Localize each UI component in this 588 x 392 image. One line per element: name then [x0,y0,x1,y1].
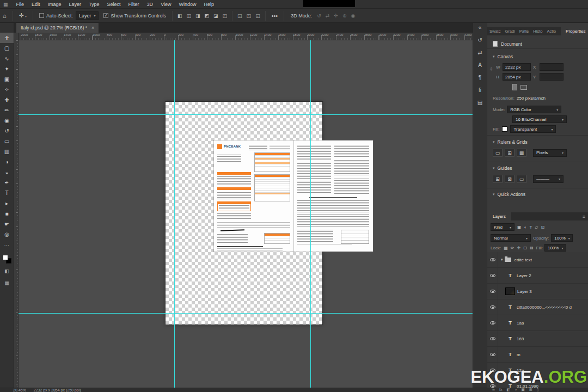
layer-row[interactable]: Tcitta0000000...<<<<<<<<0 d [487,299,588,315]
layer-name[interactable]: 169 [517,336,524,341]
lock-position-icon[interactable]: ✛ [516,246,522,250]
character-panel-icon[interactable]: A [478,63,482,68]
layer-row[interactable]: T1aa [487,315,588,331]
layer-row[interactable]: ▾edite text [487,252,588,268]
fill-swatch[interactable] [502,126,507,132]
lock-artboard-icon[interactable]: ⊡ [522,246,528,250]
history-panel-icon[interactable]: ↺ [477,38,482,43]
move-tool[interactable]: ✛ [0,33,14,43]
filter-type-layers-icon[interactable]: T [528,225,533,230]
group-expand-caret[interactable]: ▾ [501,258,503,262]
eyedropper-tool[interactable]: ✧ [0,84,14,95]
rectangle-tool[interactable]: ■ [0,209,14,219]
menu-item-window[interactable]: Window [175,0,200,9]
panel-tab-properties[interactable]: Properties [561,27,588,35]
opacity-dropdown[interactable]: 100%▾ [551,234,573,242]
new-layer-icon[interactable]: ⊞ [529,388,532,392]
hand-tool[interactable]: ☛ [0,219,14,229]
menu-item-layer[interactable]: Layer [65,0,85,9]
menu-item-view[interactable]: View [157,0,175,9]
toggle-grid-icon[interactable]: ⊞ [505,149,514,157]
layer-name[interactable]: 1aa [517,321,524,326]
gradient-tool[interactable]: ▥ [0,146,14,157]
filter-adjustment-layers-icon[interactable]: ◐ [523,225,528,230]
lock-transparent-pixels-icon[interactable]: ▦ [503,246,509,250]
current-tool-button[interactable]: ✛▾ [16,12,29,19]
ruler-vertical[interactable] [14,40,19,388]
brush-tool[interactable]: ✏ [0,105,14,115]
filter-shape-layers-icon[interactable]: ▱ [534,225,539,230]
portrait-orientation-button[interactable] [512,84,517,90]
menu-item-edit[interactable]: Edit [28,0,44,9]
distribute-spacing-icon[interactable]: ◱ [254,13,262,19]
healing-brush-tool[interactable]: ✚ [0,95,14,105]
panel-tab-actio[interactable]: Actio [544,27,558,35]
landscape-orientation-button[interactable] [520,85,527,90]
zoom-tool[interactable]: ◎ [0,229,14,240]
panel-tab-gradi[interactable]: Gradi [503,27,517,35]
panel-tab-swatc[interactable]: Swatc [487,27,503,35]
document-info[interactable]: 2232 px x 2854 px (250 ppi) [34,388,81,392]
type-tool[interactable]: T [0,188,14,198]
align-right-icon[interactable]: ◨ [194,13,202,19]
layer-row[interactable]: T169 [487,331,588,347]
quick-actions-section-header[interactable]: ▾ Quick Actions [487,191,588,198]
layer-visibility-toggle[interactable] [487,299,498,315]
pasteboard[interactable]: PNCBANK [19,40,473,388]
lasso-tool[interactable]: ∿ [0,53,14,64]
canvas-height-field[interactable]: 2854 px [503,73,531,81]
lock-guides-icon[interactable]: ⊠ [505,175,514,183]
menu-item-type[interactable]: Type [85,0,103,9]
distribute-horizontal-icon[interactable]: ◲ [236,13,244,19]
adjustment-layer-icon[interactable]: ◑ [514,388,517,392]
panel-tab-patte[interactable]: Patte [517,27,531,35]
delete-layer-icon[interactable]: ▯ [537,388,539,392]
crop-tool[interactable]: ▣ [0,74,14,84]
history-brush-tool[interactable]: ↺ [0,126,14,136]
layer-fill-dropdown[interactable]: 100%▾ [544,244,566,252]
guide-style-dropdown[interactable]: ———▾ [533,175,564,183]
layer-visibility-toggle[interactable] [487,284,498,299]
path-selection-tool[interactable]: ▸ [0,198,14,209]
layer-name[interactable]: Layer 3 [517,289,532,294]
guide-vertical[interactable] [310,40,311,388]
kind-filter-dropdown[interactable]: Kind▾ [491,223,514,231]
glyphs-panel-icon[interactable]: fi [479,88,481,93]
layer-name[interactable]: edite text [514,258,532,262]
ruler-horizontal[interactable]: 2000180016001400120010008006004002000200… [14,33,473,40]
clear-guides-icon[interactable]: ▭ [517,175,526,183]
menu-item-select[interactable]: Select [103,0,125,9]
auto-select-target-dropdown[interactable]: Layer▾ [76,11,99,20]
guide-horizontal[interactable] [19,313,473,314]
menu-item-filter[interactable]: Filter [125,0,143,9]
bit-depth-dropdown[interactable]: 16 Bits/Channel▾ [512,115,567,123]
3d-slide-icon[interactable]: ⊕ [341,13,348,19]
align-top-icon[interactable]: ◩ [203,13,211,19]
close-tab-icon[interactable]: × [91,25,94,30]
filter-pixel-layers-icon[interactable]: ▣ [516,225,523,230]
layer-effects-icon[interactable]: fx [499,388,502,392]
screen-mode-icon[interactable]: ▦ [0,279,14,287]
units-dropdown[interactable]: Pixels▾ [533,149,567,157]
expand-panels-icon[interactable]: « [479,25,482,30]
layer-name[interactable]: Layer 2 [517,273,531,278]
align-left-icon[interactable]: ◧ [176,13,184,19]
3d-drag-icon[interactable]: ✛ [332,13,340,19]
menu-item-3d[interactable]: 3D [143,0,157,9]
zoom-level[interactable]: 20.46% [13,388,26,392]
layer-visibility-toggle[interactable] [487,252,498,267]
align-center-h-icon[interactable]: ◫ [185,13,193,19]
show-transform-checkbox[interactable]: ✓Show Transform Controls [103,13,166,19]
layer-row[interactable]: TLayer 2 [487,268,588,284]
layer-row[interactable]: Layer 3 [487,284,588,299]
new-guide-layout-icon[interactable]: ⊞ [493,175,503,183]
menu-item-help[interactable]: Help [200,0,218,9]
canvas-x-field[interactable] [540,63,564,71]
canvas-y-field[interactable] [540,73,564,81]
foreground-color-chip[interactable] [3,255,8,260]
document-tab[interactable]: Italy id.psd @ 20.7% (RGB/16) * × [16,23,99,33]
layer-visibility-toggle[interactable] [487,347,498,362]
toggle-pixel-grid-icon[interactable]: ▦ [517,149,526,157]
lock-image-pixels-icon[interactable]: ✏ [510,246,516,250]
dodge-tool[interactable]: ◒ [0,167,14,177]
